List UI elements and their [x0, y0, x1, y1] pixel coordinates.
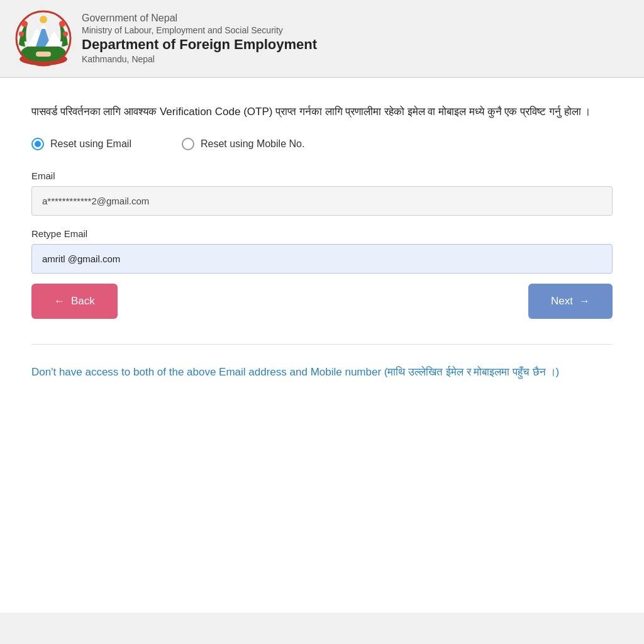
next-button[interactable]: Next → [528, 284, 613, 319]
radio-mobile-circle[interactable] [182, 138, 194, 150]
radio-mobile-label: Reset using Mobile No. [201, 138, 304, 150]
email-label: Email [31, 170, 613, 181]
svg-point-8 [40, 16, 47, 23]
instruction-text: पासवर्ड परिवर्तनका लागि आवश्यक Verificat… [31, 103, 613, 120]
main-content: पासवर्ड परिवर्तनका लागि आवश्यक Verificat… [0, 78, 644, 613]
email-input[interactable] [31, 186, 613, 216]
svg-marker-6 [40, 24, 47, 29]
radio-email-circle[interactable] [31, 138, 44, 150]
section-divider [31, 344, 613, 345]
retype-email-field-group: Retype Email amritl @gmail.com [31, 228, 613, 274]
button-row: ← Back Next → [31, 284, 613, 319]
svg-point-13 [63, 31, 68, 36]
dept-name: Department of Foreign Employment [82, 36, 317, 53]
reset-method-radio-group: Reset using Email Reset using Mobile No. [31, 138, 613, 150]
back-arrow-icon: ← [54, 295, 65, 308]
location-name: Kathmandu, Nepal [82, 54, 317, 64]
next-label: Next [551, 295, 573, 308]
government-emblem [15, 10, 72, 67]
header-text-block: Government of Nepal Ministry of Labour, … [82, 13, 317, 64]
email-field-group: Email [31, 170, 613, 228]
back-button[interactable]: ← Back [31, 284, 118, 319]
radio-email-label: Reset using Email [50, 138, 131, 150]
next-arrow-icon: → [579, 295, 590, 308]
radio-email-option[interactable]: Reset using Email [31, 138, 131, 150]
svg-point-12 [19, 31, 24, 36]
page-header: Government of Nepal Ministry of Labour, … [0, 0, 644, 78]
retype-email-label: Retype Email [31, 228, 613, 239]
svg-point-11 [59, 21, 65, 27]
ministry-name: Ministry of Labour, Employment and Socia… [82, 25, 317, 35]
svg-marker-7 [52, 31, 57, 35]
svg-marker-5 [34, 29, 40, 33]
retype-prefix: amritl [42, 253, 65, 264]
retype-email-display[interactable]: amritl @gmail.com [31, 244, 613, 274]
radio-mobile-option[interactable]: Reset using Mobile No. [182, 138, 304, 150]
back-label: Back [71, 295, 95, 308]
retype-suffix: @gmail.com [68, 253, 121, 264]
svg-rect-14 [36, 52, 51, 57]
svg-point-10 [21, 21, 28, 27]
gov-name: Government of Nepal [82, 13, 317, 24]
footer-link-text[interactable]: Don't have access to both of the above E… [31, 364, 613, 380]
